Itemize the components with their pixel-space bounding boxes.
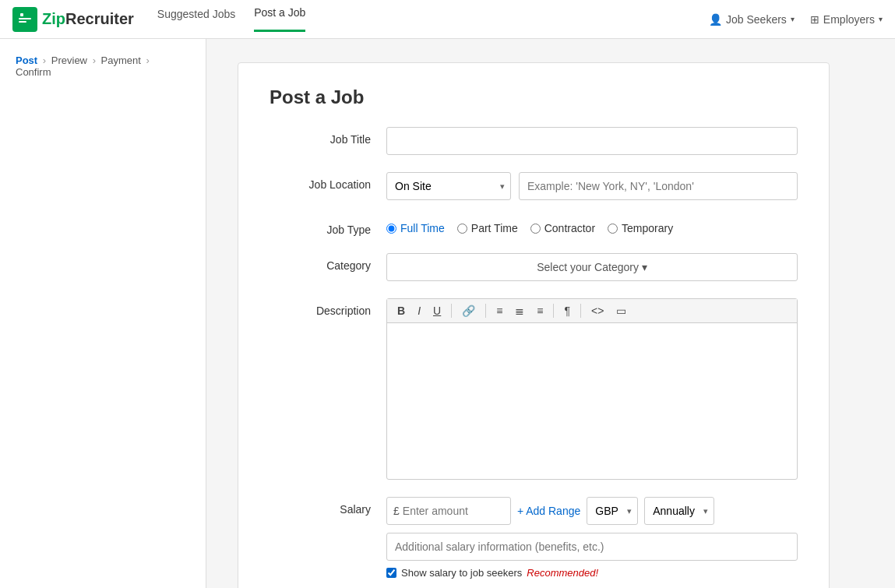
page-title: Post a Job — [270, 86, 798, 108]
breadcrumb-preview: Preview — [51, 55, 87, 66]
person-icon: 👤 — [709, 13, 722, 26]
job-seekers-label: Job Seekers — [726, 13, 787, 26]
logo-text: ZipRecruiter — [42, 10, 134, 28]
main-content: Post a Job Job Title Job Location On Sit… — [206, 39, 895, 588]
salary-input-wrap: £ — [386, 497, 511, 525]
description-editor[interactable] — [387, 323, 797, 479]
breadcrumb-confirm: Confirm — [16, 66, 51, 78]
salary-row: Salary £ + Add Range GBP — [270, 497, 798, 579]
toolbar-align[interactable]: ≡ — [533, 304, 547, 318]
job-type-label: Job Type — [270, 217, 371, 236]
job-location-row: Job Location On Site Remote Hybrid ▾ — [270, 172, 798, 200]
description-controls: B I U 🔗 ≡ ≣ ≡ ¶ <> — [386, 298, 798, 480]
svg-rect-3 — [20, 13, 23, 16]
add-range-plus: + — [517, 505, 523, 517]
nav-post-a-job[interactable]: Post a Job — [254, 6, 305, 32]
svg-rect-2 — [19, 21, 26, 23]
salary-input-row: £ + Add Range GBP USD EUR — [386, 497, 798, 525]
logo[interactable]: ZipRecruiter — [12, 7, 134, 32]
toolbar-underline[interactable]: U — [429, 304, 445, 318]
toolbar-sep-4 — [580, 304, 581, 318]
job-title-label: Job Title — [270, 127, 371, 146]
salary-amount-input[interactable] — [403, 505, 481, 517]
part-time-label: Part Time — [471, 222, 518, 234]
radio-temporary-input[interactable] — [608, 224, 618, 234]
location-select-wrap: On Site Remote Hybrid ▾ — [386, 172, 511, 200]
nav-links: Suggested Jobs Post a Job — [157, 6, 709, 32]
radio-full-time-input[interactable] — [386, 224, 396, 234]
editor-wrap: B I U 🔗 ≡ ≣ ≡ ¶ <> — [386, 298, 798, 480]
breadcrumb: Post › Preview › Payment › Confirm — [16, 55, 190, 78]
radio-part-time[interactable]: Part Time — [457, 222, 518, 234]
job-type-options: Full Time Part Time Contractor Temp — [386, 217, 798, 234]
nav-suggested-jobs[interactable]: Suggested Jobs — [157, 8, 235, 31]
salary-checkbox-row: Show salary to job seekers Recommended! — [386, 567, 798, 579]
job-title-input[interactable] — [386, 127, 798, 155]
recommended-label: Recommended! — [527, 567, 598, 579]
toolbar-embed[interactable]: ▭ — [612, 304, 630, 318]
toolbar-sep-1 — [451, 304, 452, 318]
job-seekers-chevron: ▾ — [791, 15, 795, 23]
radio-part-time-input[interactable] — [457, 224, 467, 234]
contractor-label: Contractor — [544, 222, 595, 234]
grid-icon: ⊞ — [810, 13, 819, 26]
breadcrumb-payment: Payment — [101, 55, 141, 66]
employers-label: Employers — [823, 13, 875, 26]
logo-icon — [12, 7, 37, 32]
salary-controls: £ + Add Range GBP USD EUR — [386, 497, 798, 579]
category-row: Category Select your Category ▾ — [270, 253, 798, 281]
editor-toolbar: B I U 🔗 ≡ ≣ ≡ ¶ <> — [387, 299, 797, 323]
toolbar-sep-2 — [485, 304, 486, 318]
employers-menu[interactable]: ⊞ Employers ▾ — [810, 13, 883, 26]
toolbar-bold[interactable]: B — [393, 304, 409, 318]
toolbar-ol[interactable]: ≣ — [511, 304, 528, 318]
job-title-row: Job Title — [270, 127, 798, 155]
job-type-row: Job Type Full Time Part Time — [270, 217, 798, 236]
period-select[interactable]: Annually Monthly Weekly Hourly — [644, 497, 714, 525]
svg-rect-1 — [19, 18, 31, 19]
toolbar-italic[interactable]: I — [414, 304, 425, 318]
form-card: Post a Job Job Title Job Location On Sit… — [238, 62, 830, 588]
radio-contractor[interactable]: Contractor — [530, 222, 595, 234]
sidebar: Post › Preview › Payment › Confirm — [0, 39, 206, 588]
sep2: › — [93, 55, 96, 66]
employers-chevron: ▾ — [879, 15, 883, 23]
toolbar-ul[interactable]: ≡ — [492, 304, 506, 318]
salary-label: Salary — [270, 497, 371, 516]
salary-symbol: £ — [393, 505, 400, 517]
navbar: ZipRecruiter Suggested Jobs Post a Job 👤… — [0, 0, 895, 39]
location-row: On Site Remote Hybrid ▾ — [386, 172, 798, 200]
toolbar-para[interactable]: ¶ — [560, 304, 574, 318]
add-range-label: Add Range — [526, 505, 580, 517]
description-row: Description B I U 🔗 ≡ ≣ ≡ — [270, 298, 798, 480]
sep3: › — [146, 55, 150, 66]
sep1: › — [43, 55, 46, 66]
location-text-input[interactable] — [519, 172, 798, 200]
salary-info-input[interactable] — [386, 533, 798, 561]
currency-select-wrap: GBP USD EUR ▾ — [587, 497, 638, 525]
show-salary-checkbox[interactable] — [386, 568, 396, 578]
toolbar-sep-3 — [553, 304, 554, 318]
job-location-label: Job Location — [270, 172, 371, 191]
category-label: Category — [270, 253, 371, 272]
layout: Post › Preview › Payment › Confirm Post … — [0, 39, 895, 588]
add-range-button[interactable]: + Add Range — [517, 505, 580, 517]
currency-select[interactable]: GBP USD EUR — [587, 497, 638, 525]
category-button-label: Select your Category ▾ — [537, 261, 647, 273]
nav-right: 👤 Job Seekers ▾ ⊞ Employers ▾ — [709, 13, 883, 26]
temporary-label: Temporary — [622, 222, 673, 234]
toolbar-link[interactable]: 🔗 — [458, 304, 479, 318]
category-button[interactable]: Select your Category ▾ — [386, 253, 798, 281]
radio-contractor-input[interactable] — [530, 224, 541, 234]
job-title-controls — [386, 127, 798, 155]
radio-temporary[interactable]: Temporary — [608, 222, 673, 234]
radio-full-time[interactable]: Full Time — [386, 222, 445, 234]
period-select-wrap: Annually Monthly Weekly Hourly ▾ — [644, 497, 714, 525]
toolbar-code[interactable]: <> — [587, 304, 608, 318]
location-select[interactable]: On Site Remote Hybrid — [386, 172, 511, 200]
category-controls: Select your Category ▾ — [386, 253, 798, 281]
full-time-label: Full Time — [400, 222, 445, 234]
job-seekers-menu[interactable]: 👤 Job Seekers ▾ — [709, 13, 795, 26]
description-label: Description — [270, 298, 371, 317]
job-location-controls: On Site Remote Hybrid ▾ — [386, 172, 798, 200]
